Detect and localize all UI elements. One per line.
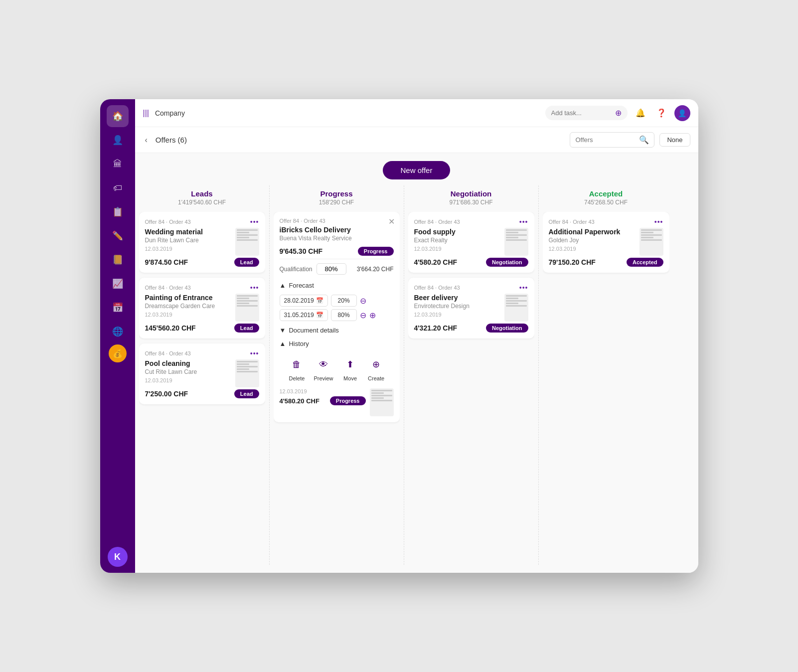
card-inner: iBricks Cello Delivery Buena Vista Realt… [280, 226, 394, 244]
sidebar-item-edit[interactable]: ✏️ [107, 225, 129, 247]
forecast-minus-2[interactable]: ⊖ [360, 311, 366, 320]
new-offer-container: New offer [135, 153, 698, 185]
qualification-label: Qualification [280, 266, 313, 273]
qualification-amount: 3'664.20 CHF [357, 266, 394, 273]
accepted-cards: Offer 84 · Order 43 ••• Additional Paper… [543, 212, 669, 565]
document-details-toggle[interactable]: ▼ Document details [280, 324, 394, 337]
card-title: iBricks Cello Delivery [280, 226, 394, 234]
sidebar-user-avatar[interactable]: K [108, 547, 128, 567]
card-menu-button[interactable]: ••• [519, 218, 528, 226]
add-task-container[interactable]: ⊕ [545, 106, 628, 120]
column-header-negotiation: Negotiation 971'686.30 CHF [408, 185, 534, 212]
card-offer-label: Offer 84 · Order 43 [414, 285, 460, 291]
user-avatar[interactable]: 👤 [674, 105, 690, 121]
sidebar-item-tags[interactable]: 🏷 [107, 177, 129, 199]
card-offer-label: Offer 84 · Order 43 [549, 219, 595, 225]
card-menu-button[interactable]: ••• [519, 284, 528, 292]
sidebar-item-home[interactable]: 🏠 [107, 105, 129, 127]
card-amount: 4'321.20 CHF [414, 324, 458, 332]
search-input[interactable] [575, 136, 635, 144]
subheader-right: 🔍 None [570, 132, 690, 148]
forecast-date-2[interactable]: 31.05.2019 📅 [280, 309, 328, 321]
sidebar-item-globe[interactable]: 🌐 [107, 321, 129, 342]
history-entry: 12.03.2019 4'580.20 CHF Progress [280, 388, 394, 416]
chevron-up-icon: ▲ [280, 340, 286, 347]
history-toggle[interactable]: ▲ History [280, 337, 394, 350]
card-meta: Offer 84 · Order 43 ••• [414, 284, 528, 292]
kanban-board: Leads 1'419'540.60 CHF Offer 84 · Order … [135, 185, 698, 573]
card-menu-button[interactable]: ••• [250, 284, 259, 292]
card-menu-button[interactable]: ••• [250, 349, 259, 357]
card-badge: Lead [234, 258, 259, 267]
create-label: Create [368, 375, 384, 381]
card-ibricks: Offer 84 · Order 43 ✕ iBricks Cello Deli… [274, 212, 400, 422]
card-title: Wedding material [145, 228, 231, 236]
history-action-delete[interactable]: 🗑 Delete [288, 355, 306, 381]
history-action-preview[interactable]: 👁 Preview [314, 355, 333, 381]
kanban-column-progress: Progress 158'290 CHF Offer 84 · Order 43… [270, 185, 404, 565]
filter-button[interactable]: None [659, 133, 690, 147]
back-button[interactable]: ‹ [143, 134, 150, 147]
add-task-input[interactable] [551, 109, 611, 117]
subheader: ‹ Offers (6) 🔍 None [135, 127, 698, 153]
kanban-column-leads: Leads 1'419'540.60 CHF Offer 84 · Order … [135, 185, 270, 565]
forecast-date-1[interactable]: 28.02.2019 📅 [280, 295, 328, 307]
sidebar-item-calendar[interactable]: 📅 [107, 297, 129, 319]
add-task-plus-icon: ⊕ [615, 108, 622, 118]
sidebar-item-company[interactable]: 🏛 [107, 153, 129, 175]
card-bottom: 4'321.20 CHF Negotiation [414, 324, 528, 333]
history-thumbnail [370, 388, 394, 416]
forecast-plus-2[interactable]: ⊕ [369, 311, 376, 320]
sidebar-item-notebook[interactable]: 📒 [107, 249, 129, 271]
help-button[interactable]: ❓ [653, 105, 669, 121]
search-box[interactable]: 🔍 [570, 132, 654, 148]
card-meta: Offer 84 · Order 43 ••• [549, 218, 663, 226]
card-bottom: 4'580.20 CHF Negotiation [414, 258, 528, 267]
card-thumbnail [235, 294, 259, 322]
sidebar-item-docs[interactable]: 📋 [107, 201, 129, 223]
card-amount: 4'580.20 CHF [414, 258, 458, 266]
card-thumbnail [504, 294, 528, 322]
card-meta: Offer 84 · Order 43 ••• [414, 218, 528, 226]
card-menu-button[interactable]: ••• [250, 218, 259, 226]
chevron-down-icon: ▼ [280, 327, 286, 334]
card-badge: Lead [234, 389, 259, 398]
delete-icon: 🗑 [288, 355, 306, 373]
new-offer-button[interactable]: New offer [383, 161, 451, 179]
qualification-input[interactable] [317, 263, 346, 275]
card-meta: Offer 84 · Order 43 ✕ [280, 218, 394, 224]
card-title: Beer delivery [414, 294, 500, 302]
card-date: 12.03.2019 [145, 246, 231, 252]
history-label: History [289, 340, 309, 347]
column-header-progress: Progress 158'290 CHF [274, 185, 400, 212]
card-bottom: 79'150.20 CHF Accepted [549, 258, 663, 267]
card-menu-button[interactable]: ••• [654, 218, 663, 226]
history-action-create[interactable]: ⊕ Create [367, 355, 385, 381]
forecast-row-2: 31.05.2019 📅 ⊖ ⊕ [280, 309, 394, 321]
negotiation-cards: Offer 84 · Order 43 ••• Food supply Exac… [408, 212, 534, 565]
card-date: 12.03.2019 [145, 312, 231, 318]
card-thumbnail [235, 359, 259, 387]
card-wedding-material: Offer 84 · Order 43 ••• Wedding material… [139, 212, 265, 273]
create-icon: ⊕ [367, 355, 385, 373]
column-amount-leads: 1'419'540.60 CHF [139, 199, 265, 206]
sidebar-item-contacts[interactable]: 👤 [107, 129, 129, 151]
card-badge: Accepted [627, 258, 663, 267]
sidebar-item-stats[interactable]: 📈 [107, 273, 129, 295]
card-offer-label: Offer 84 · Order 43 [145, 219, 191, 225]
app-title: Company [155, 109, 185, 117]
card-title: Additional Paperwork [549, 228, 636, 236]
column-title-accepted: Accepted [543, 189, 669, 198]
history-action-move[interactable]: ⬆ Move [341, 355, 359, 381]
forecast-pct-2[interactable] [331, 309, 357, 321]
card-meta: Offer 84 · Order 43 ••• [145, 284, 259, 292]
sidebar-item-money[interactable]: 💰 [109, 344, 127, 362]
forecast-pct-1[interactable] [331, 295, 357, 307]
notifications-button[interactable]: 🔔 [633, 105, 648, 121]
card-content: Additional Paperwork Golden Joy 12.03.20… [549, 228, 636, 256]
forecast-toggle[interactable]: ▲ Forecast [280, 279, 394, 292]
card-close-button[interactable]: ✕ [388, 217, 395, 226]
forecast-minus-1[interactable]: ⊖ [360, 296, 366, 306]
card-offer-label: Offer 84 · Order 43 [280, 218, 325, 224]
preview-icon: 👁 [315, 355, 332, 373]
